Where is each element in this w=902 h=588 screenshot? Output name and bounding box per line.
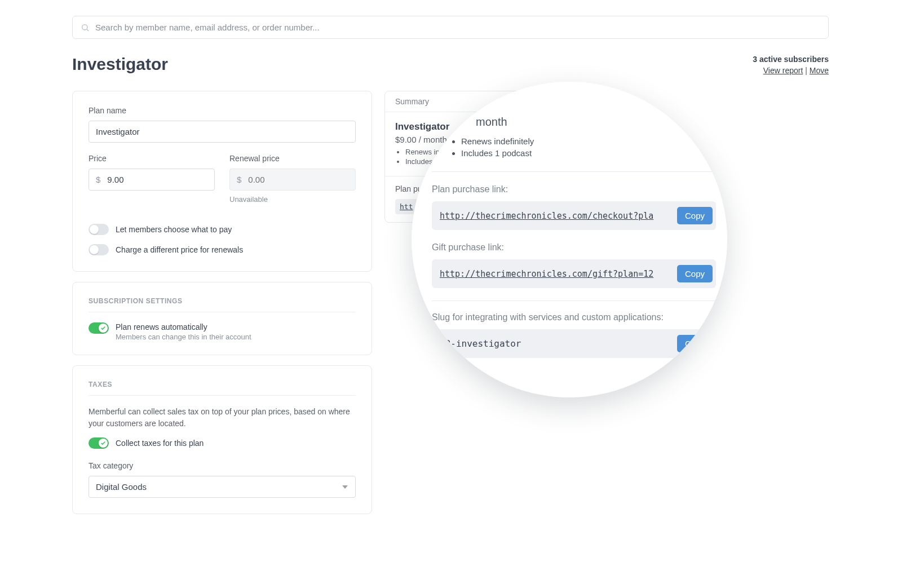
taxes-card: TAXES Memberful can collect sales tax on…	[72, 365, 372, 514]
renewal-unavailable-note: Unavailable	[229, 195, 356, 204]
collect-taxes-label: Collect taxes for this plan	[116, 439, 204, 448]
zoom-gift-link-label: Gift purchase link:	[432, 242, 716, 253]
zoom-slug-row: 12-investigator Copy	[432, 329, 716, 358]
choose-pay-toggle[interactable]	[89, 224, 109, 235]
choose-pay-label: Let members choose what to pay	[116, 225, 232, 234]
renewal-price-value-input	[246, 169, 355, 190]
price-label: Price	[89, 154, 215, 163]
zoom-gift-link-row: http://thecrimechronicles.com/gift?plan=…	[432, 259, 716, 288]
auto-renew-sublabel: Members can change this in their account	[116, 333, 251, 341]
auto-renew-label: Plan renews automatically	[116, 322, 251, 331]
svg-line-1	[87, 29, 89, 31]
active-subscribers-count: 3 active subscribers	[753, 55, 829, 64]
auto-renew-toggle[interactable]	[89, 322, 109, 334]
zoom-gift-url[interactable]: http://thecrimechronicles.com/gift?plan=…	[440, 269, 677, 279]
zoom-slug-value[interactable]: 12-investigator	[440, 338, 677, 349]
price-value-input[interactable]	[105, 169, 214, 190]
tax-category-label: Tax category	[89, 461, 356, 470]
page-title: Investigator	[72, 55, 168, 74]
move-link[interactable]: Move	[810, 66, 829, 75]
zoom-bullet: Includes 1 podcast	[461, 148, 716, 158]
zoom-plan-url[interactable]: http://thecrimechronicles.com/checkout?p…	[440, 211, 677, 221]
header-link-divider: |	[803, 66, 809, 75]
price-input[interactable]: $	[89, 169, 215, 191]
svg-point-0	[82, 24, 87, 29]
zoom-bullet: Renews indefinitely	[461, 136, 716, 146]
subscription-settings-card: SUBSCRIPTION SETTINGS Plan renews automa…	[72, 282, 372, 355]
zoom-detail-bubble: month Renews indefinitely Includes 1 pod…	[412, 82, 727, 397]
search-icon	[81, 23, 90, 32]
plan-details-card: Plan name Price $ Renewal price	[72, 91, 372, 272]
currency-symbol: $	[89, 175, 105, 184]
tax-category-select[interactable]: Digital Goods	[89, 476, 356, 498]
currency-symbol: $	[230, 175, 246, 184]
copy-plan-link-button[interactable]: Copy	[677, 207, 713, 224]
search-input[interactable]	[95, 23, 820, 32]
zoom-plan-link-row: http://thecrimechronicles.com/checkout?p…	[432, 201, 716, 230]
different-renewal-label: Charge a different price for renewals	[116, 245, 243, 254]
view-report-link[interactable]: View report	[763, 66, 803, 75]
plan-name-input[interactable]	[89, 121, 356, 143]
zoom-plan-link-label: Plan purchase link:	[432, 184, 716, 194]
collect-taxes-toggle[interactable]	[89, 437, 109, 449]
renewal-price-label: Renewal price	[229, 154, 356, 163]
subscription-section-title: SUBSCRIPTION SETTINGS	[89, 297, 356, 312]
search-bar[interactable]	[72, 16, 829, 39]
copy-gift-link-button[interactable]: Copy	[677, 265, 713, 282]
different-renewal-toggle[interactable]	[89, 244, 109, 255]
taxes-description: Memberful can collect sales tax on top o…	[89, 406, 356, 430]
zoom-slug-label: Slug for integrating with services and c…	[432, 312, 716, 322]
renewal-price-input: $	[229, 169, 356, 191]
taxes-section-title: TAXES	[89, 381, 356, 396]
plan-name-label: Plan name	[89, 106, 356, 115]
